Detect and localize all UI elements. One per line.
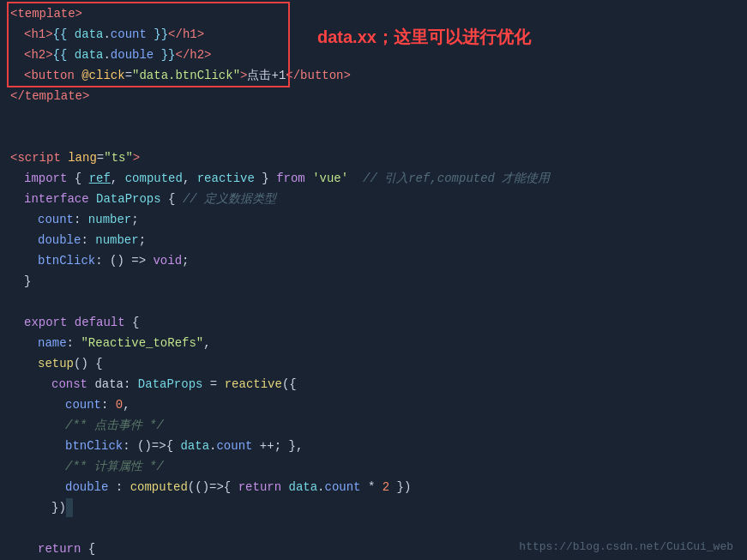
code-editor: data.xx；这里可以进行优化 <template> <h1>{{ data.… [0, 0, 747, 560]
code-text: return [38, 539, 81, 558]
code-line: })_ [0, 497, 747, 518]
code-text: btnClick [65, 437, 123, 455]
code-text: name [38, 334, 67, 352]
code-text: double [38, 231, 81, 250]
code-line: setup() { [0, 353, 747, 374]
code-text: count [38, 210, 74, 229]
code-line [0, 106, 747, 127]
code-line: btnClick: () => void; [0, 250, 747, 271]
code-text: count [65, 395, 101, 414]
code-text: <script [10, 148, 68, 167]
code-text: setup [38, 354, 74, 373]
code-text: }) [51, 498, 66, 517]
code-line: const data: DataProps = reactive({ [0, 374, 747, 394]
code-text: export [24, 313, 67, 332]
code-text: double [65, 478, 108, 497]
code-line: <script lang="ts"> [0, 148, 747, 168]
code-line: } [0, 271, 747, 292]
code-line: </template> [0, 86, 747, 106]
code-line: double: number; [0, 230, 747, 250]
code-line: <button @click="data.btnClick">点击+1</but… [0, 65, 747, 86]
code-text: <h2> [24, 45, 53, 64]
code-line: count: number; [0, 209, 747, 230]
code-text: <button [24, 66, 81, 85]
code-text: <h1> [24, 25, 53, 44]
code-line: /** 点击事件 */ [0, 415, 747, 436]
code-text: /** 点击事件 */ [65, 416, 164, 435]
code-text: <template> [10, 4, 82, 23]
code-line: btnClick: ()=>{ data.count ++; }, [0, 436, 747, 456]
code-line [0, 518, 747, 539]
code-line: <template> [0, 3, 747, 24]
code-text: } [24, 272, 31, 291]
footer-url: https://blog.csdn.net/CuiCui_web [519, 540, 733, 553]
code-line: /** 计算属性 */ [0, 456, 747, 477]
code-line [0, 292, 747, 312]
code-text: </template> [10, 87, 89, 105]
code-line: interface DataProps { // 定义数据类型 [0, 189, 747, 209]
annotation-text: data.xx；这里可以进行优化 [317, 26, 531, 49]
code-line: count: 0, [0, 394, 747, 415]
code-text: /** 计算属性 */ [65, 457, 164, 476]
code-line [0, 127, 747, 148]
code-line: export default { [0, 312, 747, 333]
code-text: import [24, 169, 67, 188]
code-line: import { ref, computed, reactive } from … [0, 168, 747, 189]
code-text: const [51, 375, 87, 394]
code-text: btnClick [38, 251, 95, 270]
code-text: interface [24, 190, 89, 208]
code-line: double : computed(()=>{ return data.coun… [0, 477, 747, 497]
code-line: name: "Reactive_toRefs", [0, 333, 747, 353]
